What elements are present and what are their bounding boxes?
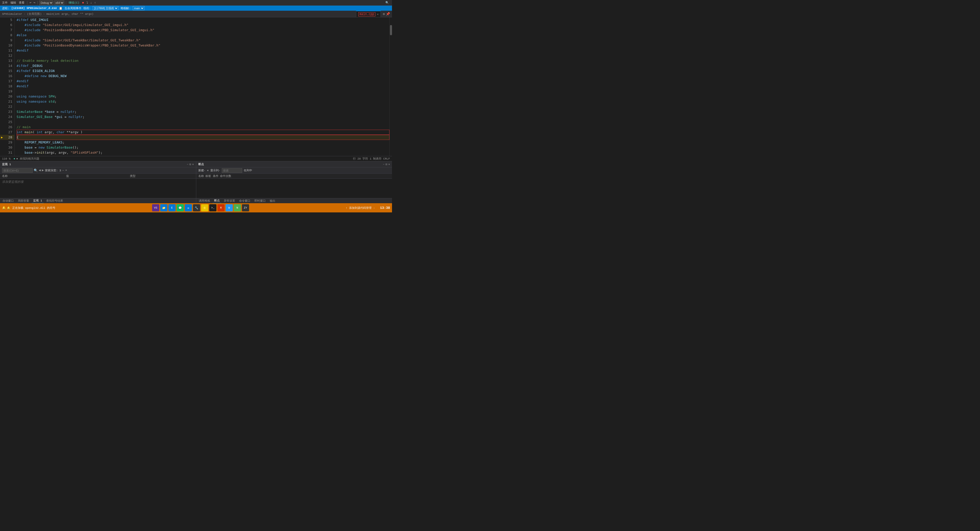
taskbar-app-icon[interactable]: R: [218, 204, 224, 211]
taskbar-app-icon[interactable]: >_: [209, 204, 216, 211]
watch-close[interactable]: ✕: [192, 163, 194, 166]
watch-bottom-tab[interactable]: 局部变量: [16, 198, 30, 203]
bp-bottom-tab[interactable]: 调用堆栈: [197, 198, 212, 203]
watch-bottom-tab[interactable]: 监视 1: [32, 198, 44, 204]
continue-button[interactable]: 继续(C): [68, 1, 80, 5]
error-status: ● ● 未找到相关问题: [14, 157, 39, 161]
code-row[interactable]: [17, 104, 390, 109]
watch-bottom-tabs: 自动窗口局部变量监视 1查找符号结果: [0, 198, 196, 203]
bp-bottom-tab[interactable]: 断点: [213, 198, 221, 204]
code-row[interactable]: #include "PositionBasedDynamicsWrapper/P…: [17, 27, 390, 33]
code-area[interactable]: #ifdef USE_IMGUI #include "Simulator/GUI…: [14, 18, 390, 156]
watch-depth-minus[interactable]: –: [62, 169, 64, 172]
tab-settings-btn[interactable]: ⚙: [383, 12, 385, 16]
watch-content[interactable]: 添加要监视的项: [0, 179, 196, 198]
taskbar-app-icon[interactable]: 🔧: [193, 204, 200, 211]
bp-bottom-tab[interactable]: 异常设置: [222, 198, 237, 203]
scope-label[interactable]: (全局范围): [27, 12, 41, 16]
watch-col-value: 值: [66, 174, 130, 178]
code-row[interactable]: #define new DEBUG_NEW: [17, 73, 390, 79]
bp-minimize[interactable]: –: [383, 163, 385, 166]
code-row[interactable]: #endif: [17, 84, 390, 89]
toolbar-menu-edit[interactable]: 编辑: [10, 1, 17, 5]
watch-bottom-tab[interactable]: 自动窗口: [1, 198, 15, 203]
watch-minimize[interactable]: –: [187, 163, 189, 166]
taskbar-app-icon[interactable]: VS: [152, 204, 159, 211]
bp-bottom-tab[interactable]: 输出: [268, 198, 277, 203]
code-row[interactable]: [17, 89, 390, 94]
editor-scrollbar[interactable]: [390, 18, 392, 156]
bp-search-input[interactable]: [222, 168, 242, 173]
code-row[interactable]: [17, 120, 390, 124]
step-over[interactable]: ⤵: [86, 1, 89, 4]
code-row[interactable]: SimulatorBase *base = nullptr;: [17, 109, 390, 114]
taskbar-app-icon[interactable]: ✉: [185, 204, 192, 211]
code-row[interactable]: REPORT_MEMORY_LEAKS;: [17, 140, 390, 145]
code-row[interactable]: base->init(argc, argv, "SPlisHSPlasH");: [17, 150, 390, 155]
code-row[interactable]: #endif: [17, 48, 390, 53]
code-row[interactable]: #include "PositionBasedDynamicsWrapper/P…: [17, 43, 390, 48]
build-config-dropdown[interactable]: Debug: [39, 0, 53, 5]
code-row[interactable]: // Enable memory leak detection: [17, 58, 390, 63]
code-row[interactable]: [17, 155, 390, 156]
taskbar-app-icon[interactable]: 📁: [160, 204, 167, 211]
toolbar-menu-file[interactable]: 文件: [1, 1, 9, 5]
bp-show-cols[interactable]: 显示列·: [210, 169, 221, 172]
toolbar-undo[interactable]: ↩: [29, 1, 32, 4]
watch-depth-plus[interactable]: +: [65, 169, 67, 172]
watch-search-icon[interactable]: 🔍: [34, 169, 38, 172]
source-control-btn[interactable]: ↑ 添加到源代码管理 ·: [346, 206, 375, 210]
tab-close-btn[interactable]: ✕: [377, 13, 379, 16]
bp-bottom-tab[interactable]: 命令窗口: [238, 198, 252, 203]
tab-filename: main.cpp: [358, 12, 375, 16]
stop-button[interactable]: ■: [81, 1, 85, 4]
arch-dropdown[interactable]: x64: [54, 0, 64, 5]
code-row[interactable]: #endif: [17, 79, 390, 84]
active-tab[interactable]: main.cpp ✕: [356, 11, 381, 17]
taskbar-app-icon[interactable]: ZY: [242, 204, 249, 211]
watch-forward[interactable]: ►: [42, 169, 44, 172]
watch-search-input[interactable]: [2, 168, 33, 173]
toolbar-redo[interactable]: ↪: [33, 1, 36, 4]
toolbar-search[interactable]: 🔍: [385, 1, 389, 4]
code-editor[interactable]: 5678910111213141516171819202122232425262…: [0, 18, 392, 156]
tab-pin-btn[interactable]: 📌: [386, 12, 390, 16]
debug-info-bar: 进程: [123468] SPHSimulator_d.exe 📋 生命周期事件…: [0, 6, 392, 11]
stack-dropdown[interactable]: main: [133, 6, 145, 10]
function-label[interactable]: main(int argc, char ** argv): [46, 13, 94, 16]
project-label[interactable]: SPHSimulator: [2, 13, 22, 16]
taskbar-app-icon[interactable]: W: [226, 204, 233, 211]
code-row[interactable]: #ifndef EIGEN_ALIGN: [17, 69, 390, 73]
code-row[interactable]: using namespace std;: [17, 99, 390, 104]
code-row[interactable]: #include "Simulator/GUI/imgui/Simulator_…: [17, 22, 390, 27]
taskbar-app-icon[interactable]: N: [234, 204, 241, 211]
thread-dropdown[interactable]: [117868] 主线程: [93, 6, 118, 10]
bp-bottom-tab[interactable]: 即时窗口: [253, 198, 267, 203]
code-row[interactable]: // main: [17, 124, 390, 130]
bp-delete-btn[interactable]: ✕: [207, 169, 209, 172]
bp-close[interactable]: ✕: [388, 163, 390, 166]
code-row[interactable]: {: [17, 135, 390, 140]
code-row[interactable]: #include "Simulator/GUI/TweakBar/Simulat…: [17, 38, 390, 43]
toolbar-menu-view[interactable]: 查看: [18, 1, 25, 5]
step-into[interactable]: ↓: [89, 1, 93, 4]
code-row[interactable]: #else: [17, 33, 390, 38]
code-row[interactable]: #ifdef _DEBUG: [17, 63, 390, 69]
bp-float[interactable]: ⊡: [386, 163, 387, 166]
watch-depth-label: 搜索深度: 3: [45, 169, 61, 172]
watch-back[interactable]: ◄: [39, 169, 41, 172]
watch-float[interactable]: ⊡: [189, 163, 191, 166]
taskbar-app-icon[interactable]: E: [169, 204, 176, 211]
code-row[interactable]: base = new SimulatorBase();: [17, 145, 390, 150]
code-row[interactable]: Simulator_GUI_Base *gui = nullptr;: [17, 114, 390, 120]
watch-bottom-tab[interactable]: 查找符号结果: [45, 198, 65, 203]
taskbar-app-icon[interactable]: 💬: [177, 204, 184, 211]
taskbar-app-icon[interactable]: ⭐: [201, 204, 208, 211]
code-row[interactable]: [17, 53, 390, 58]
code-row[interactable]: #ifdef USE_IMGUI: [17, 18, 390, 22]
bp-new-btn[interactable]: 新建·: [198, 169, 206, 172]
step-out[interactable]: ↑: [94, 1, 97, 4]
code-row[interactable]: int main( int argc, char **argv ): [17, 130, 390, 135]
watch-add-item[interactable]: 添加要监视的项: [2, 180, 24, 184]
code-row[interactable]: using namespace SPH;: [17, 94, 390, 99]
